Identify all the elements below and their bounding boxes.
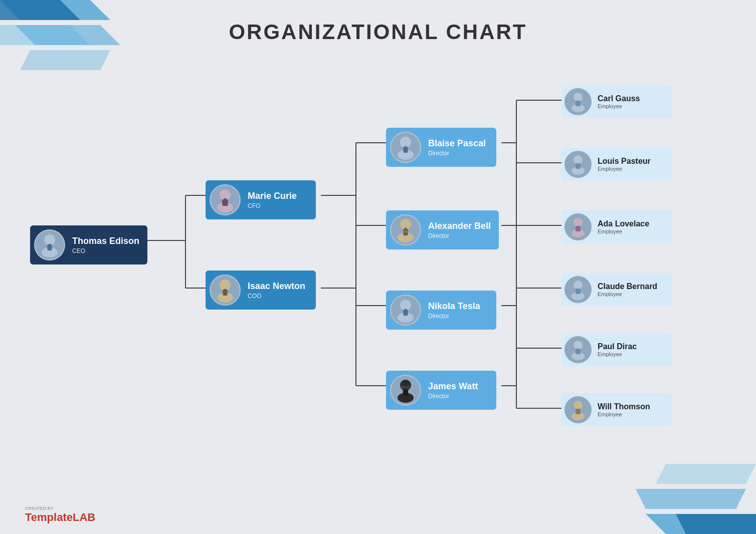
- svg-point-56: [400, 380, 411, 391]
- logo-created-by: CREATED BY: [25, 506, 95, 511]
- node-bell: Alexander Bell Director: [386, 210, 499, 249]
- dirac-name: Paul Dirac: [598, 342, 637, 351]
- page-title: ORGANIZATIONAL CHART: [0, 20, 756, 44]
- svg-point-68: [574, 218, 583, 227]
- gauss-name: Carl Gauss: [598, 94, 640, 103]
- node-coo: Isaac Newton COO: [206, 271, 316, 310]
- cfo-title: CFO: [248, 202, 297, 209]
- node-pascal: Blaise Pascal Director: [386, 128, 496, 167]
- pasteur-name: Louis Pasteur: [598, 157, 651, 166]
- coo-title: COO: [248, 293, 305, 300]
- emp-dirac: Paul Dirac Employee: [561, 333, 672, 366]
- svg-rect-67: [576, 163, 581, 169]
- svg-rect-73: [576, 289, 581, 294]
- thomson-name: Will Thomson: [598, 402, 650, 411]
- dirac-title: Employee: [598, 351, 637, 357]
- emp-bernard: Claude Bernard Employee: [561, 273, 672, 306]
- avatar-watt: [390, 375, 421, 406]
- svg-point-51: [403, 230, 408, 233]
- avatar-ceo: [34, 229, 65, 260]
- node-cfo: Marie Curie CFO: [206, 180, 316, 219]
- logo-regular: Template: [25, 511, 73, 523]
- avatar-cfo: [210, 184, 241, 215]
- pascal-title: Director: [428, 150, 486, 157]
- svg-rect-70: [576, 226, 581, 231]
- avatar-gauss: [564, 88, 592, 115]
- emp-pasteur: Louis Pasteur Employee: [561, 148, 672, 181]
- coo-name: Isaac Newton: [248, 281, 305, 292]
- svg-marker-6: [676, 514, 756, 534]
- tesla-name: Nikola Tesla: [428, 301, 480, 312]
- logo-bold: LAB: [73, 511, 95, 523]
- avatar-pasteur: [564, 151, 592, 178]
- svg-point-65: [574, 155, 583, 164]
- avatar-tesla: [390, 295, 421, 326]
- ceo-title: CEO: [72, 247, 139, 254]
- tesla-title: Director: [428, 313, 480, 320]
- bernard-name: Claude Bernard: [598, 282, 657, 291]
- svg-rect-58: [403, 390, 408, 396]
- avatar-bell: [390, 214, 421, 245]
- svg-point-74: [574, 341, 583, 350]
- node-tesla: Nikola Tesla Director: [386, 291, 496, 330]
- avatar-pascal: [390, 132, 421, 163]
- node-ceo: Thomas Edison CEO: [30, 225, 147, 264]
- bernard-title: Employee: [598, 291, 657, 297]
- logo: CREATED BY TemplateLAB: [25, 506, 95, 524]
- bell-title: Director: [428, 232, 491, 239]
- emp-lovelace: Ada Lovelace Employee: [561, 210, 672, 243]
- watt-name: James Watt: [428, 381, 478, 392]
- gauss-title: Employee: [598, 103, 640, 109]
- avatar-coo: [210, 275, 241, 306]
- pasteur-title: Employee: [598, 166, 651, 172]
- emp-thomson: Will Thomson Employee: [561, 393, 672, 426]
- ceo-name: Thomas Edison: [72, 236, 139, 246]
- avatar-bernard: [564, 276, 592, 303]
- svg-point-71: [574, 281, 583, 290]
- emp-gauss: Carl Gauss Employee: [561, 85, 672, 118]
- svg-point-62: [574, 93, 583, 102]
- avatar-lovelace: [564, 213, 592, 240]
- lovelace-name: Ada Lovelace: [598, 219, 649, 228]
- lovelace-title: Employee: [598, 228, 649, 234]
- avatar-thomson: [564, 396, 592, 423]
- pascal-name: Blaise Pascal: [428, 138, 486, 149]
- chart-area: Thomas Edison CEO Marie Curie CFO Isaac …: [15, 55, 741, 499]
- logo-brand: TemplateLAB: [25, 511, 95, 524]
- node-watt: James Watt Director: [386, 371, 496, 410]
- svg-rect-64: [576, 101, 581, 106]
- thomson-title: Employee: [598, 411, 650, 417]
- svg-rect-76: [576, 349, 581, 354]
- watt-title: Director: [428, 393, 478, 400]
- svg-point-77: [574, 401, 583, 410]
- bell-name: Alexander Bell: [428, 221, 491, 231]
- svg-rect-79: [576, 409, 581, 414]
- avatar-dirac: [564, 336, 592, 363]
- cfo-name: Marie Curie: [248, 191, 297, 201]
